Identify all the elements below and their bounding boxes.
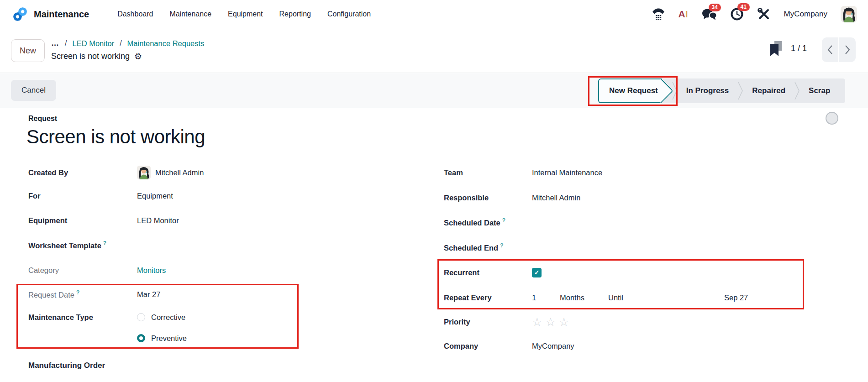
company-switcher[interactable]: MyCompany <box>784 10 827 19</box>
repeat-interval-input[interactable]: 1 <box>532 290 536 305</box>
field-row-priority: Priority ☆ ☆ ☆ <box>444 314 818 329</box>
category-value-link[interactable]: Monitors <box>137 266 166 275</box>
control-panel: New … / LED Monitor / Maintenance Reques… <box>0 28 868 73</box>
field-row-company: Company MyCompany <box>444 339 818 353</box>
activity-state-circle[interactable] <box>826 112 838 125</box>
team-value[interactable]: Internal Maintenance <box>532 168 602 177</box>
maintenance-app-icon[interactable] <box>11 5 29 23</box>
priority-stars: ☆ ☆ ☆ <box>532 315 570 329</box>
new-button[interactable]: New <box>11 39 45 62</box>
stage-inactive-group: In Progress Repaired Scrap <box>654 78 846 103</box>
field-row-created-by: Created By Mitchell Admin <box>28 165 375 180</box>
stage-in-progress[interactable]: In Progress <box>678 86 738 95</box>
bookmark-icon[interactable] <box>769 41 782 58</box>
scrollbar-track[interactable] <box>855 109 855 382</box>
help-icon[interactable]: ? <box>502 217 505 224</box>
radio-corrective[interactable] <box>137 313 145 321</box>
activities-clock-icon[interactable]: 41 <box>730 7 744 21</box>
cancel-button[interactable]: Cancel <box>11 80 56 101</box>
request-field-label: Request <box>28 115 57 123</box>
field-row-recurrent: Recurrent ✓ <box>444 265 818 280</box>
user-avatar[interactable] <box>841 6 857 22</box>
chevron-right-icon <box>844 45 851 55</box>
help-icon[interactable]: ? <box>500 242 503 249</box>
field-row-for: For Equipment <box>28 188 375 203</box>
equipment-label: Equipment <box>28 216 137 225</box>
for-value[interactable]: Equipment <box>137 192 173 200</box>
menu-equipment[interactable]: Equipment <box>228 10 263 18</box>
recurrent-checkbox-checked[interactable]: ✓ <box>532 268 542 277</box>
maintenance-type-label: Maintenance Type <box>28 313 137 322</box>
responsible-value[interactable]: Mitchell Admin <box>532 194 580 202</box>
breadcrumb-separator: / <box>120 39 121 47</box>
team-label: Team <box>444 168 532 177</box>
phone-icon[interactable] <box>652 8 665 21</box>
help-icon[interactable]: ? <box>76 289 79 296</box>
star-icon[interactable]: ☆ <box>545 315 556 329</box>
stage-repaired[interactable]: Repaired <box>743 86 794 95</box>
breadcrumb-maintenance-requests[interactable]: Maintenance Requests <box>127 39 205 48</box>
breadcrumb-ellipsis[interactable]: … <box>51 39 59 48</box>
pager-buttons <box>822 37 856 62</box>
company-value[interactable]: MyCompany <box>532 342 574 351</box>
scheduled-date-label: Scheduled Date? <box>444 217 532 227</box>
field-row-worksheet-template: Worksheet Template? <box>28 238 375 252</box>
stage-separator-icon <box>794 79 800 102</box>
recurrent-label: Recurrent <box>444 268 532 277</box>
star-icon[interactable]: ☆ <box>559 315 570 329</box>
stage-label: New Request <box>609 86 658 95</box>
stage-separator-icon <box>737 79 743 102</box>
scheduled-end-label: Scheduled End? <box>444 242 532 252</box>
chain-link-icon <box>11 5 29 23</box>
menu-maintenance[interactable]: Maintenance <box>169 10 211 18</box>
menu-dashboard[interactable]: Dashboard <box>117 10 153 18</box>
breadcrumb-led-monitor[interactable]: LED Monitor <box>72 39 114 48</box>
request-title-input[interactable]: Screen is not working <box>26 126 205 148</box>
priority-label: Priority <box>444 318 532 326</box>
top-navbar: Maintenance Dashboard Maintenance Equipm… <box>0 0 868 28</box>
stage-new-request-active[interactable]: New Request <box>598 78 662 103</box>
field-row-equipment: Equipment LED Monitor <box>28 213 375 228</box>
breadcrumb: … / LED Monitor / Maintenance Requests S… <box>51 37 204 62</box>
responsible-label: Responsible <box>444 194 532 202</box>
request-date-value[interactable]: Mar 27 <box>137 290 160 299</box>
ai-assistant-icon[interactable]: AI <box>679 9 688 20</box>
radio-corrective-label[interactable]: Corrective <box>151 313 185 322</box>
radio-preventive-selected[interactable] <box>137 334 145 342</box>
ai-letter-a: A <box>679 9 685 19</box>
breadcrumb-current: Screen is not working <box>51 52 130 61</box>
gear-icon[interactable]: ⚙ <box>134 51 142 62</box>
help-icon[interactable]: ? <box>103 240 106 246</box>
pager-next-button[interactable] <box>839 37 856 62</box>
activities-badge: 41 <box>737 3 750 11</box>
menu-configuration[interactable]: Configuration <box>327 10 371 18</box>
for-label: For <box>28 192 137 200</box>
field-row-scheduled-end: Scheduled End? <box>444 240 818 255</box>
form-sheet: Request Screen is not working Created By… <box>0 109 868 382</box>
tools-icon[interactable] <box>757 7 771 21</box>
worksheet-template-label: Worksheet Template? <box>28 240 137 250</box>
created-by-value[interactable]: Mitchell Admin <box>155 168 204 177</box>
menu-reporting[interactable]: Reporting <box>279 10 311 18</box>
app-name[interactable]: Maintenance <box>34 9 89 20</box>
stage-scrap[interactable]: Scrap <box>800 86 839 95</box>
field-row-category: Category Monitors <box>28 263 375 277</box>
breadcrumb-trail: … / LED Monitor / Maintenance Requests <box>51 37 204 49</box>
field-row-request-date: Request Date? Mar 27 <box>28 287 375 302</box>
repeat-unit-select[interactable]: Months <box>560 290 584 305</box>
star-icon[interactable]: ☆ <box>532 315 543 329</box>
stage-pipeline: New Request In Progress Repaired Scrap <box>598 78 845 103</box>
repeat-until-value[interactable]: Sep 27 <box>724 290 748 305</box>
equipment-value[interactable]: LED Monitor <box>137 216 179 225</box>
category-label: Category <box>28 266 137 275</box>
repeat-until-label: Until <box>608 290 623 305</box>
breadcrumb-separator: / <box>65 39 67 47</box>
radio-preventive-label[interactable]: Preventive <box>151 334 187 343</box>
field-row-scheduled-date: Scheduled Date? <box>444 215 818 230</box>
maintenance-request-form-page: Maintenance Dashboard Maintenance Equipm… <box>0 0 868 382</box>
messages-icon[interactable]: 34 <box>701 8 717 21</box>
request-date-label: Request Date? <box>28 289 137 299</box>
navbar-left: Maintenance Dashboard Maintenance Equipm… <box>11 5 371 23</box>
pager-previous-button[interactable] <box>822 37 838 62</box>
main-menu: Dashboard Maintenance Equipment Reportin… <box>117 10 371 18</box>
